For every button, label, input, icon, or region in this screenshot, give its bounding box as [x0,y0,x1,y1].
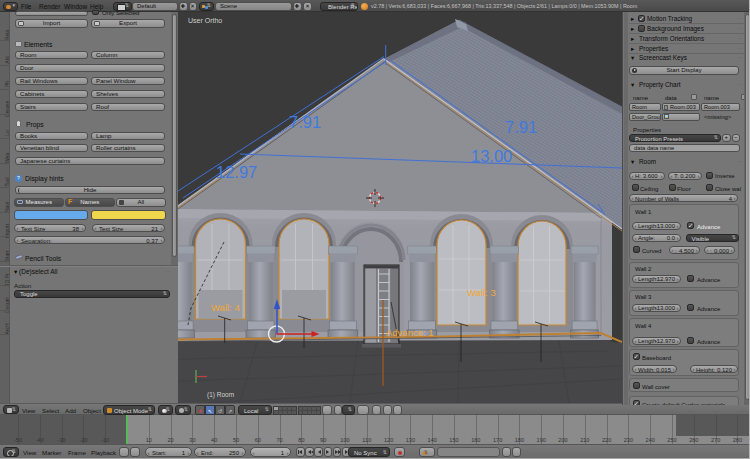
svg-text:(1) Room: (1) Room [207,391,234,399]
svg-text:7.91: 7.91 [289,113,321,131]
svg-text:User Ortho: User Ortho [188,17,222,24]
svg-text:Advance: 1: Advance: 1 [386,327,434,338]
svg-text:13.00: 13.00 [471,147,512,165]
svg-text:7.91: 7.91 [505,118,537,136]
svg-text:12.97: 12.97 [216,163,257,181]
svg-text:Wall: 3: Wall: 3 [467,287,496,298]
svg-text:Wall: 4: Wall: 4 [211,302,240,313]
